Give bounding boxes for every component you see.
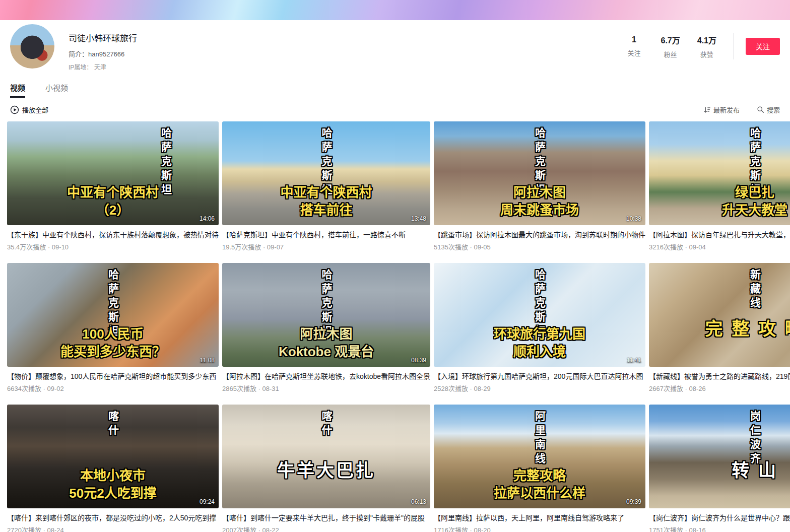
play-all-button[interactable]: 播放全部 [10, 105, 48, 114]
video-thumbnail[interactable]: 阿里南线 完整攻略 拉萨以西什么样 09:39 [434, 405, 645, 508]
video-thumbnail[interactable]: 新藏线 完 整 攻 略 07:53 [649, 263, 790, 367]
video-duration: 11:08 [200, 357, 215, 364]
video-card[interactable]: 哈萨克斯坦 中亚有个陕西村 搭车前往 13:48 【哈萨克斯坦】中亚有个陕西村，… [222, 121, 430, 251]
stat-likes-value: 4.1万 [697, 34, 716, 46]
video-title: 【岗仁波齐】岗仁波齐为什么是世界中心？跟我们一起云转山吧 [649, 513, 790, 523]
video-card[interactable]: 哈萨克斯坦 绿巴扎 升天大教堂 09:53 【阿拉木图】探访百年绿巴扎与升天大教… [649, 121, 790, 251]
video-duration: 09:39 [626, 498, 641, 505]
video-title: 【阿拉木图】探访百年绿巴扎与升天大教堂，感受哈萨克斯坦烟火气 [649, 230, 790, 240]
thumbnail-side-caption: 阿里南线 [535, 411, 545, 467]
video-meta: 19.5万次播放 · 09-07 [222, 242, 430, 251]
stat-followers-value: 6.7万 [661, 34, 680, 46]
video-duration: 08:39 [411, 357, 426, 364]
thumbnail-main-caption: 绿巴扎 升天大教堂 [651, 184, 790, 219]
video-title: 【阿拉木图】在哈萨克斯坦坐苏联地铁，去koktobe看阿拉木图全景 [222, 371, 430, 381]
thumbnail-main-caption: 中亚有个陕西村 （2） [9, 184, 217, 219]
video-duration: 14:06 [200, 215, 215, 222]
video-meta: 2007次播放 · 08-22 [222, 525, 430, 532]
play-circle-icon [10, 105, 19, 114]
video-title: 【新藏线】被誉为勇士之路的进藏路线，219国道新藏线完整攻略 [649, 371, 790, 381]
video-duration: 10:38 [626, 215, 641, 222]
video-duration: 06:13 [411, 498, 426, 505]
video-thumbnail[interactable]: 哈萨克斯坦 中亚有个陕西村 （2） 14:06 [7, 121, 219, 225]
search-icon [757, 106, 764, 113]
video-meta: 2528次播放 · 08-29 [434, 383, 645, 393]
video-card[interactable]: 哈萨克斯坦 环球旅行第九国 顺利入境 11:41 【入境】环球旅行第九国哈萨克斯… [434, 263, 645, 393]
video-meta: 5135次播放 · 09-05 [434, 242, 645, 251]
thumbnail-main-caption: 中亚有个陕西村 搭车前往 [224, 184, 428, 219]
video-thumbnail[interactable]: 喀什 牛羊大巴扎 06:13 [222, 405, 430, 508]
video-card[interactable]: 喀什 牛羊大巴扎 06:13 【喀什】到喀什一定要来牛羊大巴扎，终于摸到"卡戴珊… [222, 405, 430, 532]
profile-info: 司徒小韩环球旅行 简介：han9527666 IP属地： 天津 [69, 24, 137, 71]
thumbnail-main-caption: 转 山 [651, 458, 790, 482]
profile-stats: 1 关注 6.7万 粉丝 4.1万 获赞 [616, 34, 726, 59]
thumbnail-main-caption: 本地小夜市 50元2人吃到撑 [9, 467, 217, 502]
thumbnail-main-caption: 阿拉木图 周末跳蚤市场 [436, 184, 643, 219]
video-grid: 哈萨克斯坦 中亚有个陕西村 （2） 14:06 【东干族】中亚有个陕西村，探访东… [0, 120, 790, 532]
avatar[interactable] [10, 24, 54, 69]
video-card[interactable]: 新藏线 完 整 攻 略 07:53 【新藏线】被誉为勇士之路的进藏路线，219国… [649, 263, 790, 393]
thumbnail-side-caption: 喀什 [108, 411, 118, 439]
video-meta: 3216次播放 · 09-04 [649, 242, 790, 251]
video-duration: 09:24 [200, 498, 215, 505]
tab-bar: 视频 小视频 [0, 82, 790, 98]
profile-intro: 简介：han9527666 [69, 49, 137, 58]
video-thumbnail[interactable]: 哈萨克斯坦 中亚有个陕西村 搭车前往 13:48 [222, 121, 430, 225]
video-thumbnail[interactable]: 哈萨克斯坦 阿拉木图 周末跳蚤市场 10:38 [434, 121, 645, 225]
video-meta: 35.4万次播放 · 09-10 [7, 242, 219, 251]
stat-likes-label: 获赞 [697, 49, 716, 59]
video-title: 【喀什】到喀什一定要来牛羊大巴扎，终于摸到"卡戴珊羊"的屁股 [222, 513, 430, 523]
profile-header: 司徒小韩环球旅行 简介：han9527666 IP属地： 天津 1 关注 6.7… [0, 20, 790, 71]
stat-following-label: 关注 [625, 48, 644, 57]
stat-likes: 4.1万 获赞 [697, 34, 716, 59]
toolbar: 播放全部 最新发布 搜索 [0, 98, 790, 120]
video-card[interactable]: 哈萨克斯坦 阿拉木图 周末跳蚤市场 10:38 【跳蚤市场】探访阿拉木图最大的跳… [434, 121, 645, 251]
divider [733, 33, 734, 59]
video-title: 【跳蚤市场】探访阿拉木图最大的跳蚤市场，淘到苏联时期的小物件 [434, 230, 645, 240]
video-card[interactable]: 阿里南线 完整攻略 拉萨以西什么样 09:39 【阿里南线】拉萨以西，天上阿里，… [434, 405, 645, 532]
video-title: 【哈萨克斯坦】中亚有个陕西村，搭车前往，一路惊喜不断 [222, 230, 430, 240]
video-card[interactable]: 哈萨克斯坦 中亚有个陕西村 （2） 14:06 【东干族】中亚有个陕西村，探访东… [7, 121, 219, 251]
stat-following-value: 1 [625, 35, 644, 44]
video-card[interactable]: 岗仁波齐 转 山 16:42 【岗仁波齐】岗仁波齐为什么是世界中心？跟我们一起云… [649, 405, 790, 532]
video-title: 【喀什】来到喀什郊区的夜市，都是没吃过的小吃，2人50元吃到撑 [7, 513, 219, 523]
sort-latest-button[interactable]: 最新发布 [703, 105, 740, 114]
follow-button[interactable]: 关注 [746, 38, 780, 55]
thumbnail-side-caption: 新藏线 [750, 269, 760, 311]
thumbnail-main-caption: 环球旅行第九国 顺利入境 [436, 325, 643, 361]
video-thumbnail[interactable]: 喀什 本地小夜市 50元2人吃到撑 09:24 [7, 405, 219, 508]
tab-short-videos[interactable]: 小视频 [45, 82, 68, 98]
video-meta: 2667次播放 · 08-26 [649, 383, 790, 393]
video-card[interactable]: 喀什 本地小夜市 50元2人吃到撑 09:24 【喀什】来到喀什郊区的夜市，都是… [7, 405, 219, 532]
video-thumbnail[interactable]: 哈萨克斯坦 环球旅行第九国 顺利入境 11:41 [434, 263, 645, 367]
video-title: 【物价】颠覆想象，100人民币在哈萨克斯坦的超市能买到多少东西 [7, 371, 219, 381]
video-card[interactable]: 哈萨克斯坦 阿拉木图 Koktobe 观景台 08:39 【阿拉木图】在哈萨克斯… [222, 263, 430, 393]
stat-followers-label: 粉丝 [661, 49, 680, 59]
video-meta: 2865次播放 · 08-31 [222, 383, 430, 393]
video-meta: 2720次播放 · 08-24 [7, 525, 219, 532]
video-thumbnail[interactable]: 哈萨克斯坦 绿巴扎 升天大教堂 09:53 [649, 121, 790, 225]
search-button[interactable]: 搜索 [757, 105, 780, 114]
video-card[interactable]: 哈萨克斯坦 100人民币 能买到多少东西？ 11:08 【物价】颠覆想象，100… [7, 263, 219, 393]
video-meta: 1716次播放 · 08-20 [434, 525, 645, 532]
thumbnail-main-caption: 完整攻略 拉萨以西什么样 [436, 467, 643, 502]
video-thumbnail[interactable]: 哈萨克斯坦 100人民币 能买到多少东西？ 11:08 [7, 263, 219, 367]
thumbnail-side-caption: 喀什 [321, 411, 332, 439]
video-title: 【东干族】中亚有个陕西村，探访东干族村落颠覆想象，被热情对待 [7, 230, 219, 240]
profile-name: 司徒小韩环球旅行 [69, 31, 137, 44]
video-title: 【入境】环球旅行第九国哈萨克斯坦，200元国际大巴直达阿拉木图 [434, 371, 645, 381]
video-duration: 11:41 [627, 357, 641, 364]
stat-followers: 6.7万 粉丝 [661, 34, 680, 59]
video-duration: 13:48 [411, 215, 426, 222]
video-meta: 6634次播放 · 09-02 [7, 383, 219, 393]
video-meta: 1751次播放 · 08-16 [649, 525, 790, 532]
tab-videos[interactable]: 视频 [10, 82, 25, 98]
video-thumbnail[interactable]: 哈萨克斯坦 阿拉木图 Koktobe 观景台 08:39 [222, 263, 430, 367]
profile-banner [0, 0, 790, 20]
thumbnail-main-caption: 完 整 攻 略 [651, 317, 790, 341]
profile-ip-location: IP属地： 天津 [69, 62, 137, 71]
sort-icon [703, 106, 711, 114]
sort-label: 最新发布 [713, 105, 740, 114]
thumbnail-main-caption: 阿拉木图 Koktobe 观景台 [224, 325, 428, 361]
video-thumbnail[interactable]: 岗仁波齐 转 山 16:42 [649, 405, 790, 508]
